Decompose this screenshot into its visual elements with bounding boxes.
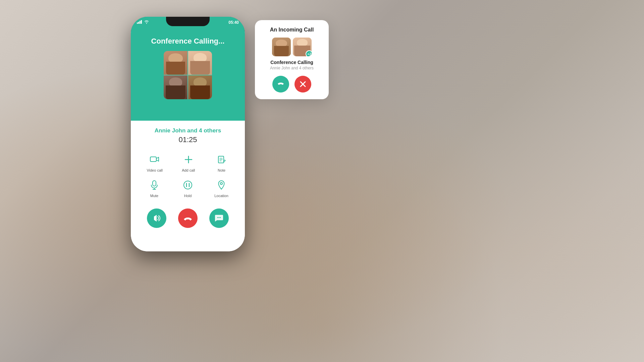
note-button[interactable]: Note [214,152,229,172]
speaker-button[interactable] [147,208,166,228]
location-label: Location [214,194,228,198]
action-row-1: Video call Add call [131,152,245,172]
popup-avatar-1 [272,38,291,56]
location-button[interactable]: Location [214,178,229,198]
mute-label: Mute [150,194,158,198]
call-controls [131,208,245,228]
phone-notch [166,17,210,26]
popup-caller-name: Conference Calling [262,60,322,65]
phone-screen: 05:40 Conference Calling... [131,17,245,251]
popup-avatars: +2 [262,38,322,56]
action-row-2: Mute Hold [131,178,245,198]
svg-point-10 [184,181,192,189]
incoming-call-popup: An Incoming Call +2 Conference Calling A… [255,20,329,99]
plus-icon [181,152,196,167]
avatar-2 [188,51,212,75]
caller-name: Annie John and 4 others [155,127,221,134]
decline-call-button[interactable] [294,76,311,93]
svg-rect-0 [150,157,156,162]
popup-title: An Incoming Call [262,27,322,33]
popup-avatar-2: +2 [293,38,312,56]
hold-button[interactable]: Hold [180,178,195,198]
accept-call-button[interactable] [272,76,289,93]
svg-point-17 [219,217,220,218]
status-time: 05:40 [228,20,239,25]
note-label: Note [218,168,225,172]
svg-rect-15 [154,217,156,220]
svg-point-18 [220,217,221,218]
wifi-icon [144,20,149,24]
svg-point-13 [220,183,222,185]
end-call-button[interactable] [178,208,198,228]
avatar-3 [164,75,187,99]
avatar-4 [188,75,212,99]
add-call-label: Add call [182,168,195,172]
add-call-button[interactable]: Add call [181,152,196,172]
mic-icon [147,178,162,192]
status-bar: 05:40 [131,17,245,32]
avatars-count-badge: +2 [306,50,312,56]
screen-bottom-section: Annie John and 4 others 01:25 Video call [131,121,245,251]
phone-device: 05:40 Conference Calling... [131,17,245,345]
signal-icon [137,20,142,24]
call-duration: 01:25 [178,135,197,144]
phone-frame: 05:40 Conference Calling... [131,17,245,251]
chat-button[interactable] [209,208,229,228]
avatar-1 [164,51,187,75]
mute-button[interactable]: Mute [147,178,162,198]
video-icon [147,152,162,167]
conference-title: Conference Calling... [151,37,225,46]
video-call-label: Video call [147,168,163,172]
video-call-button[interactable]: Video call [147,152,163,172]
location-icon [214,178,229,192]
popup-call-actions [262,76,322,93]
screen-top-section: 05:40 Conference Calling... [131,17,245,121]
pause-icon [180,178,195,192]
svg-point-16 [217,217,218,218]
avatar-grid [164,51,212,99]
status-icons [137,20,149,24]
svg-rect-7 [153,181,156,186]
hold-label: Hold [184,194,192,198]
note-icon [214,152,229,167]
popup-caller-sub: Annie John and 4 others [262,66,322,70]
